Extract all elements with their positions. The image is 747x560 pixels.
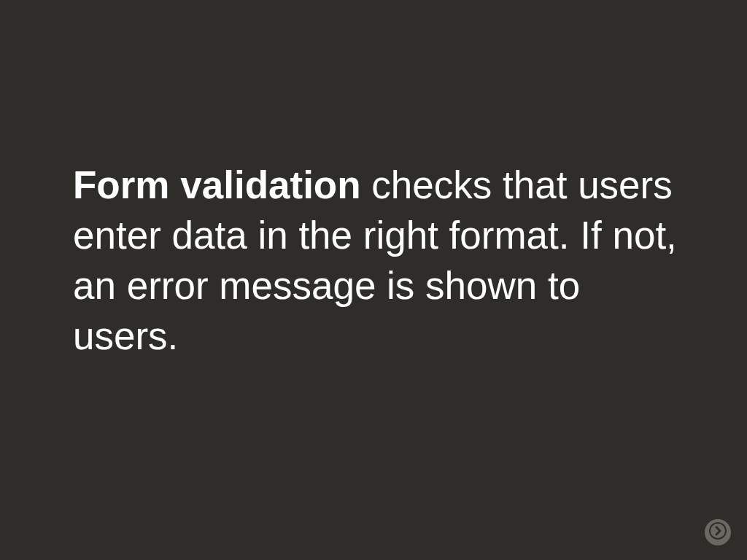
slide-body-text: Form validation checks that users enter …: [73, 160, 678, 362]
slide-text-bold: Form validation: [73, 163, 361, 206]
svg-point-0: [710, 523, 726, 539]
next-slide-button[interactable]: [705, 519, 731, 545]
arrow-right-circle-icon: [709, 522, 727, 542]
